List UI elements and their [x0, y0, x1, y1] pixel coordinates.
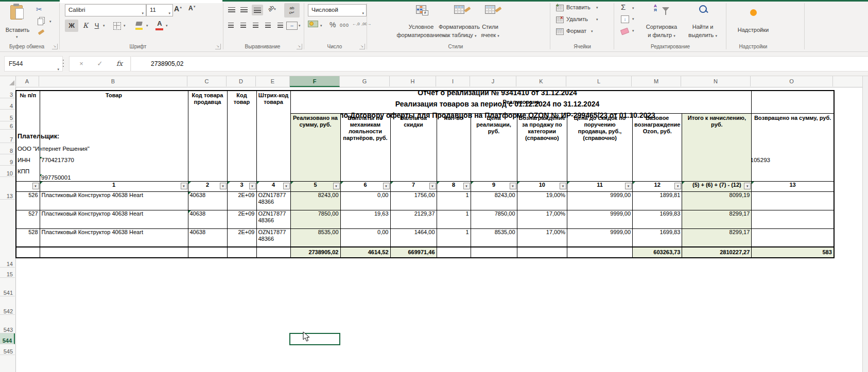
row-header-544-selected[interactable]: 544 — [0, 333, 15, 344]
row-header-10[interactable]: 10 — [0, 166, 15, 177]
cell-total-accrued[interactable]: 2810227,27 — [682, 247, 752, 258]
header-pre-discount[interactable]: Цена до скидок по поручению продавца, ру… — [567, 113, 633, 181]
header-qty[interactable]: Кол-во — [437, 113, 471, 181]
filter-button[interactable]: ▼ — [674, 183, 681, 189]
cell[interactable] — [471, 247, 517, 258]
fill-color-button[interactable] — [135, 21, 144, 32]
comma-style-button[interactable]: 000 — [340, 23, 349, 28]
header-base-fee[interactable]: Базовое вознаграждение Ozon, руб. — [633, 113, 682, 181]
underline-chevron-icon[interactable]: ▾ — [103, 24, 105, 28]
index-cell[interactable]: 3▼ — [227, 181, 256, 191]
col-header-N[interactable]: N — [681, 76, 751, 86]
index-cell[interactable]: 12▼ — [633, 181, 682, 191]
col-header-D[interactable]: D — [227, 76, 256, 86]
col-header-B[interactable]: B — [39, 76, 187, 86]
merge-chevron-icon[interactable]: ▾ — [299, 24, 301, 28]
cell[interactable] — [752, 228, 834, 247]
index-cell[interactable]: 8▼ — [437, 181, 471, 191]
cell[interactable]: 1699,83 — [633, 210, 682, 228]
bold-button[interactable]: Ж — [65, 20, 78, 32]
index-cell[interactable]: 7▼ — [390, 181, 437, 191]
filter-button[interactable]: ▼ — [220, 183, 227, 189]
cell[interactable] — [752, 191, 834, 210]
autosum-button[interactable]: Σ — [621, 3, 626, 11]
cell[interactable]: 1899,81 — [633, 191, 682, 210]
cell[interactable]: 9999,00 — [567, 228, 633, 247]
row-header-8[interactable]: 8 — [0, 143, 15, 154]
index-cell-a[interactable]: ▼ — [16, 181, 40, 191]
row-header-7[interactable]: 7 — [0, 130, 15, 143]
paste-button[interactable]: Вставить ▾ — [3, 3, 32, 41]
row-header-14[interactable]: 14 — [0, 200, 15, 268]
col-header-L[interactable]: L — [566, 76, 632, 86]
cell[interactable]: 40638 — [188, 228, 227, 247]
index-cell[interactable]: 5▼ — [290, 181, 340, 191]
cell[interactable]: 9999,00 — [567, 210, 633, 228]
name-box[interactable]: F544 ▾ — [4, 56, 63, 72]
cell[interactable]: 17,00% — [517, 228, 567, 247]
cell[interactable]: 17,00% — [517, 210, 567, 228]
filter-button[interactable]: ▼ — [510, 183, 516, 189]
cancel-icon[interactable]: × — [74, 57, 89, 71]
cell-product[interactable]: Пластиковый Конструктор 40638 Heart — [40, 228, 188, 247]
cell[interactable]: 1756,00 — [390, 191, 437, 210]
col-header-H[interactable]: H — [390, 76, 436, 86]
cell[interactable] — [517, 247, 567, 258]
formula-bar-grip[interactable] — [63, 60, 64, 61]
col-header-K[interactable]: K — [516, 76, 566, 86]
cell[interactable]: 1464,00 — [390, 228, 437, 247]
font-color-button[interactable]: А — [155, 20, 164, 32]
percent-style-button[interactable]: % — [329, 21, 336, 29]
underline-button[interactable]: Ч — [92, 20, 102, 32]
header-points[interactable]: Баллы за скидки — [390, 113, 437, 181]
cell[interactable]: 1 — [437, 210, 471, 228]
col-header-A[interactable]: A — [15, 76, 39, 86]
cell[interactable]: 9999,00 — [567, 191, 633, 210]
accounting-format-button[interactable] — [308, 21, 319, 29]
index-cell[interactable]: 9▼ — [471, 181, 517, 191]
cell[interactable]: 1699,83 — [633, 228, 682, 247]
insert-function-icon[interactable]: fx — [112, 57, 127, 71]
cell[interactable]: 1 — [437, 228, 471, 247]
fill-color-chevron-icon[interactable]: ▾ — [146, 24, 148, 28]
cell[interactable]: 0,00 — [340, 228, 390, 247]
filter-button[interactable]: ▼ — [429, 183, 436, 189]
font-size-combo[interactable]: 11 ▾ — [146, 4, 173, 16]
cell[interactable]: 2E+09 — [227, 210, 256, 228]
cut-button[interactable]: ✂ — [36, 5, 42, 13]
copy-button[interactable] — [37, 17, 47, 25]
filter-button[interactable]: ▼ — [383, 183, 390, 189]
alignment-dialog-launcher[interactable]: ↘ — [297, 44, 302, 49]
header-returned-top[interactable] — [752, 91, 834, 113]
cell[interactable]: 8299,17 — [682, 210, 752, 228]
cell[interactable]: 526 — [16, 191, 40, 210]
font-dialog-launcher[interactable]: ↘ — [215, 44, 221, 49]
cell[interactable]: 8099,19 — [682, 191, 752, 210]
row-header-6[interactable]: 6 — [0, 121, 15, 130]
index-cell[interactable]: 4▼ — [256, 181, 290, 191]
row-header-541[interactable]: 541 — [0, 278, 15, 296]
col-header-C[interactable]: C — [187, 76, 227, 86]
cell[interactable]: 8243,00 — [290, 191, 340, 210]
increase-decimal-button[interactable]: ←,0 — [352, 22, 360, 26]
filter-button[interactable]: ▼ — [181, 183, 187, 189]
format-painter-button[interactable] — [37, 29, 47, 36]
row-header-9[interactable]: 9 — [0, 154, 15, 166]
grow-font-button[interactable]: А▲ — [174, 5, 182, 13]
row-header-5[interactable]: 5 — [0, 110, 15, 121]
index-cell[interactable]: 11▼ — [567, 181, 633, 191]
cell[interactable]: 528 — [16, 228, 40, 247]
filter-button[interactable]: ▼ — [283, 183, 290, 189]
merge-center-button[interactable]: ↔ — [286, 22, 298, 30]
row-header-543[interactable]: 543 — [0, 315, 15, 333]
header-category-fee[interactable]: Вознаграждение за продажу по категории (… — [517, 113, 567, 181]
shrink-font-button[interactable]: А▼ — [188, 5, 196, 12]
filter-button[interactable]: ▼ — [463, 183, 470, 189]
cell[interactable] — [227, 247, 256, 258]
decrease-indent-icon[interactable] — [265, 23, 271, 28]
sort-filter-button[interactable]: АЯ Сортировка и фильтр ▾ — [640, 4, 683, 40]
cell-total-returned[interactable]: 583 — [752, 247, 834, 258]
align-left-icon[interactable] — [228, 23, 234, 28]
header-num[interactable]: № п/п — [16, 91, 40, 181]
cell[interactable]: 8299,17 — [682, 228, 752, 247]
